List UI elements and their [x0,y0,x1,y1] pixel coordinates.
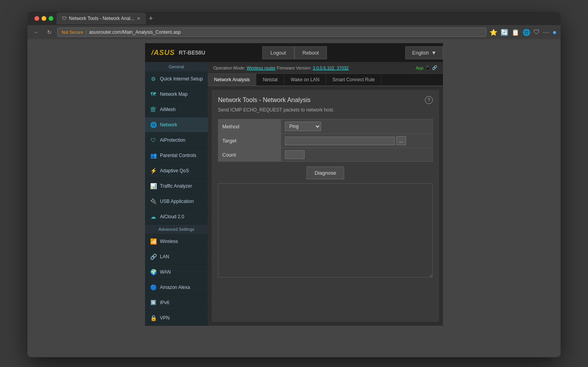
tab-favicon: 🛡 [62,16,67,21]
firmware-value[interactable]: 3.0.0.6.102_37032 [313,66,349,70]
sidebar-item-aiprotection[interactable]: AiProtection [145,133,208,148]
method-label: Method [218,119,281,134]
url-bar[interactable]: Not Secure | asusrouter.com/Main_Analysi… [57,27,486,37]
main-content: Operation Mode: Wireless router Firmware… [208,62,443,326]
tab-smart-connect-rule[interactable]: Smart Connect Rule [326,74,381,86]
usb-application-icon [150,198,157,205]
sidebar-item-aimesh[interactable]: AiMesh [145,102,208,117]
count-label: Count [218,148,281,162]
sidebar: General Quick Internet Setup Network Map… [145,62,208,326]
count-row: Count [218,148,433,162]
op-mode-label: Operation Mode: [213,66,245,70]
tab-wake-on-lan[interactable]: Wake on LAN [284,74,326,86]
network-map-icon [150,91,157,98]
sidebar-item-aicloud[interactable]: AiCloud 2.0 [145,209,208,225]
output-textarea[interactable] [218,183,433,278]
quick-internet-setup-icon [150,75,157,82]
new-tab-button[interactable]: + [146,15,156,23]
app-share-icon: 🔗 [432,65,437,70]
browser-profile-icon[interactable]: ● [552,28,557,37]
help-icon[interactable]: ? [425,96,433,104]
aimesh-icon [150,106,157,113]
vpn-icon [150,314,157,321]
tab-smart-connect-rule-label: Smart Connect Rule [332,77,375,82]
model-name: RT-BE58U [179,49,205,56]
close-button[interactable] [34,16,39,21]
operation-mode-bar: Operation Mode: Wireless router Firmware… [208,62,443,74]
sidebar-label-lan: LAN [160,254,169,259]
sidebar-label-adaptive-qos: Adaptive QoS [160,168,189,173]
tab-title: Network Tools - Network Anal... [69,16,134,21]
sidebar-item-network-map[interactable]: Network Map [145,87,208,102]
firmware-label: Firmware Version: [277,66,312,70]
sidebar-label-network: Network [160,122,177,128]
sidebar-label-amazon-alexa: Amazon Alexa [160,285,190,290]
app-badge: App 📱 🔗 [416,65,437,70]
form-table: Method Ping Traceroute Nslookup [218,119,433,162]
back-button[interactable]: ← [31,28,42,36]
minimize-button[interactable] [42,16,46,21]
parental-controls-icon [150,152,157,159]
sidebar-label-aicloud: AiCloud 2.0 [160,214,184,219]
sidebar-item-traffic-analyzer[interactable]: Traffic Analyzer [145,179,208,194]
sidebar-label-usb-application: USB Application [160,199,194,204]
tab-network-analysis[interactable]: Network Analysis [208,74,256,86]
network-icon [150,121,157,128]
tab-netstat[interactable]: Netstat [256,74,284,86]
reboot-button[interactable]: Reboot [294,46,327,59]
op-mode-value[interactable]: Wireless router [247,66,276,70]
url-text: asusrouter.com/Main_Analysis_Content.asp [89,29,181,35]
method-row: Method Ping Traceroute Nslookup [218,119,433,134]
browser-content-area: /ASUS RT-BE58U Logout Reboot English ▼ [27,39,561,357]
diagnose-button-container: Diagnose [218,166,433,179]
sidebar-item-ipv6[interactable]: IPv6 [145,295,208,310]
count-cell [281,148,433,162]
panel-title-area: Network Tools - Network Analysis ? [218,96,433,104]
count-input[interactable] [285,150,305,159]
app-icon: 📱 [425,65,430,70]
sidebar-label-network-map: Network Map [160,91,188,97]
diagnose-button[interactable]: Diagnose [307,166,345,179]
browser-icon-3: 📋 [512,29,519,36]
asus-logo: /ASUS [151,49,175,57]
sidebar-item-quick-internet-setup[interactable]: Quick Internet Setup [145,71,208,87]
app-label: App [416,66,423,70]
sidebar-item-network[interactable]: Network [145,117,208,133]
target-row: Target ... [218,134,433,148]
url-separator: | [85,29,87,35]
browser-icon-5: 🛡 [534,29,540,36]
sidebar-item-lan[interactable]: LAN [145,249,208,265]
chevron-down-icon: ▼ [431,50,436,56]
maximize-button[interactable] [49,16,53,21]
browser-tab-bar: 🛡 Network Tools - Network Anal... ✕ + [27,12,561,25]
sidebar-item-wan[interactable]: WAN [145,265,208,280]
sidebar-item-usb-application[interactable]: USB Application [145,194,208,209]
sidebar-item-wireless[interactable]: Wireless [145,234,208,249]
sidebar-item-adaptive-qos[interactable]: Adaptive QoS [145,163,208,179]
logout-button[interactable]: Logout [262,46,294,59]
aiprotection-icon [150,137,157,144]
browser-tab-active[interactable]: 🛡 Network Tools - Network Anal... ✕ [56,13,146,24]
close-tab-icon[interactable]: ✕ [137,16,140,21]
router-body: General Quick Internet Setup Network Map… [145,62,443,326]
lan-icon [150,253,157,260]
sidebar-label-quick-internet-setup: Quick Internet Setup [160,76,203,82]
target-label: Target [218,134,281,148]
target-browse-button[interactable]: ... [396,136,406,145]
browser-menu-icon[interactable]: ⋯ [543,29,549,36]
adaptive-qos-icon [150,167,157,174]
refresh-button[interactable]: ↻ [45,28,54,36]
browser-toolbar: ← ↻ Not Secure | asusrouter.com/Main_Ana… [27,25,561,39]
sidebar-item-vpn[interactable]: VPN [145,310,208,326]
tab-netstat-label: Netstat [263,77,278,82]
sidebar-item-amazon-alexa[interactable]: Amazon Alexa [145,280,208,295]
language-button[interactable]: English ▼ [405,46,443,59]
router-header: /ASUS RT-BE58U Logout Reboot English ▼ [145,43,443,62]
panel-title: Network Tools - Network Analysis [218,97,310,104]
ipv6-icon [150,299,157,306]
traffic-analyzer-icon [150,183,157,190]
target-input[interactable] [285,137,395,145]
sidebar-item-parental-controls[interactable]: Parental Controls [145,148,208,163]
amazon-alexa-icon [150,284,157,291]
method-select[interactable]: Ping Traceroute Nslookup [285,122,321,131]
